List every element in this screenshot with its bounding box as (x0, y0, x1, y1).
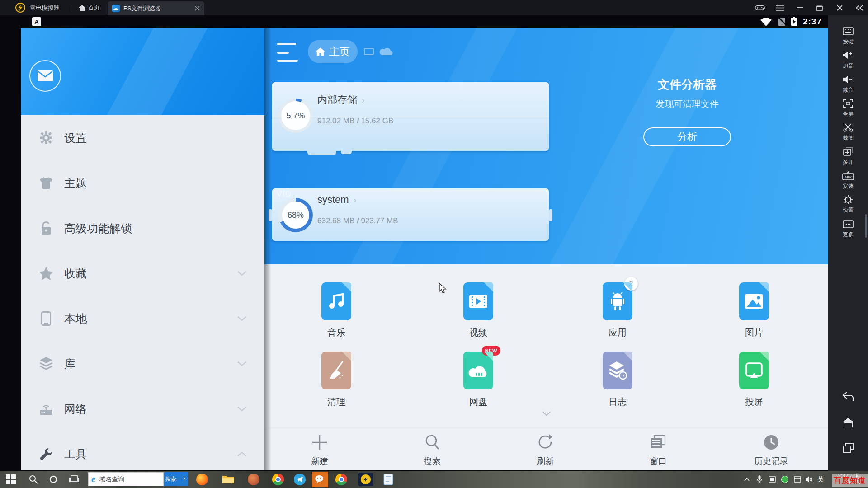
mail-account-button[interactable] (29, 60, 61, 92)
chevron-down-icon[interactable] (237, 361, 247, 366)
taskbar-search-input[interactable]: e 域名查询 (88, 472, 164, 486)
tray-volume-icon[interactable] (804, 471, 815, 488)
tile-music[interactable]: 音乐 (305, 282, 368, 339)
sidebar-item-install-apk[interactable]: APK 安装 (828, 170, 868, 190)
collapse-grid-chevron[interactable] (542, 412, 551, 416)
scissors-icon (828, 122, 868, 133)
apps-count-badge: 2 (624, 277, 638, 291)
home-tab-pill[interactable]: 主页 (308, 40, 358, 63)
plus-icon (288, 432, 351, 453)
cast-screen-icon (739, 352, 769, 389)
sidebar-item-volume-down[interactable]: 减音 (828, 74, 868, 94)
android-home-button[interactable] (828, 418, 868, 427)
multi-window-icon (828, 146, 868, 157)
taskbar-ldplayer-icon[interactable] (358, 473, 373, 486)
taskbar-firefox-icon[interactable] (195, 473, 209, 486)
taskbar-app-red-icon[interactable] (247, 473, 260, 486)
cortana-button[interactable] (46, 471, 61, 488)
taskbar-chrome2-icon[interactable] (335, 473, 348, 486)
chevron-down-icon[interactable] (237, 271, 247, 276)
menu-button[interactable] (775, 3, 785, 13)
tile-apps[interactable]: 2 应用 (586, 282, 649, 339)
storage-progress-ring: 68% (278, 198, 313, 232)
tile-pictures[interactable]: 图片 (722, 282, 786, 339)
collapse-sidebar-icon[interactable] (854, 3, 864, 13)
emulator-titlebar: 雷电模拟器 首页 ES文件浏览器 (0, 0, 868, 15)
cloud-tab-icon[interactable] (379, 47, 393, 56)
minimize-button[interactable] (795, 3, 805, 13)
sidebar-item-settings[interactable]: 设置 (828, 194, 868, 214)
chevron-up-icon[interactable] (237, 451, 247, 457)
drawer-item-network[interactable]: 网络 (21, 400, 264, 418)
taskbar-wechat-icon[interactable] (312, 472, 328, 487)
tray-window-icon[interactable] (792, 471, 803, 488)
padlock-icon (39, 221, 53, 235)
close-button[interactable] (835, 3, 844, 13)
tile-cloud-drive[interactable]: NEW 网盘 (447, 352, 510, 408)
tile-cleaner[interactable]: 清理 (305, 352, 368, 408)
gamepad-button[interactable] (755, 3, 765, 13)
sidebar-item-more[interactable]: 更多 (828, 219, 868, 239)
sidebar-item-multi-instance[interactable]: 多开 (828, 146, 868, 166)
tile-cast[interactable]: 投屏 (722, 352, 786, 408)
emulator-home-tab[interactable]: 首页 (76, 0, 103, 15)
cloud-drive-icon: NEW (463, 352, 493, 389)
chevron-down-icon[interactable] (237, 316, 247, 321)
sidebar-item-keymap[interactable]: 按键 (828, 26, 868, 46)
drawer-item-theme[interactable]: 主题 (21, 174, 264, 192)
drawer-item-library[interactable]: 库 (21, 355, 264, 373)
layers-icon (39, 357, 53, 371)
tile-logs[interactable]: 日志 (586, 352, 649, 408)
taskbar-telegram-icon[interactable] (293, 473, 307, 486)
drawer-item-settings[interactable]: 设置 (21, 129, 264, 147)
maximize-button[interactable] (815, 3, 825, 13)
tray-show-hidden-icons[interactable] (741, 471, 752, 488)
android-recents-button[interactable] (828, 443, 868, 453)
es-explorer-tab[interactable]: ES文件浏览器 (108, 1, 204, 15)
router-icon (39, 402, 53, 416)
drawer-item-local[interactable]: 本地 (21, 310, 264, 328)
drawer-item-favorites[interactable]: 收藏 (21, 264, 264, 282)
screen: 雷电模拟器 首页 ES文件浏览器 A 2:37 (0, 0, 868, 488)
search-go-button[interactable]: 搜索一下 (164, 472, 188, 486)
search-button[interactable]: 搜索 (401, 432, 464, 467)
gear-icon (39, 131, 53, 145)
start-button[interactable] (4, 471, 18, 488)
windows-button[interactable]: 窗口 (627, 432, 690, 467)
gear-icon (828, 194, 868, 205)
analyze-button[interactable]: 分析 (643, 127, 731, 146)
taskbar-chrome-icon[interactable] (271, 473, 285, 486)
drawer-shadow (264, 28, 271, 470)
tray-input-language[interactable]: 英 (816, 471, 826, 488)
taskbar-notepad-icon[interactable] (382, 473, 395, 486)
keyboard-icon (828, 26, 868, 37)
history-button[interactable]: 历史记录 (740, 432, 803, 467)
tile-video[interactable]: 视频 (447, 282, 510, 339)
sidebar-scrollbar[interactable] (865, 214, 867, 238)
history-clock-icon (740, 432, 803, 453)
chevron-down-icon[interactable] (237, 406, 247, 412)
search-query-text: 域名查询 (99, 475, 124, 483)
drawer-item-tools[interactable]: 工具 (21, 445, 264, 463)
more-icon (828, 219, 868, 230)
storage-card-internal[interactable]: 5.7% 内部存储› 912.02 MB / 15.62 GB (272, 82, 549, 151)
tray-green-status-icon[interactable] (779, 471, 790, 488)
task-view-button[interactable] (67, 471, 81, 488)
drawer-item-premium[interactable]: 高级功能解锁 (21, 219, 264, 237)
window-tab-icon[interactable] (364, 48, 374, 55)
sidebar-item-screenshot[interactable]: 截图 (828, 122, 868, 142)
tab-close-icon[interactable] (195, 6, 200, 11)
sidebar-item-fullscreen[interactable]: 全屏 (828, 98, 868, 118)
tray-app-icon[interactable] (767, 471, 778, 488)
taskbar-explorer-icon[interactable] (222, 473, 235, 486)
vid-watermark: VID (277, 189, 292, 199)
sidebar-item-volume-up[interactable]: 加音 (828, 50, 868, 70)
taskbar-search-button[interactable] (26, 471, 41, 488)
storage-card-system[interactable]: VID 68% system› 632.68 MB / 923.77 MB (272, 188, 549, 241)
refresh-button[interactable]: 刷新 (514, 432, 577, 467)
new-button[interactable]: 新建 (288, 432, 351, 467)
pictures-icon (739, 282, 769, 320)
tray-microphone-icon[interactable] (754, 471, 765, 488)
volume-down-icon (828, 74, 868, 85)
android-back-button[interactable] (828, 391, 868, 401)
